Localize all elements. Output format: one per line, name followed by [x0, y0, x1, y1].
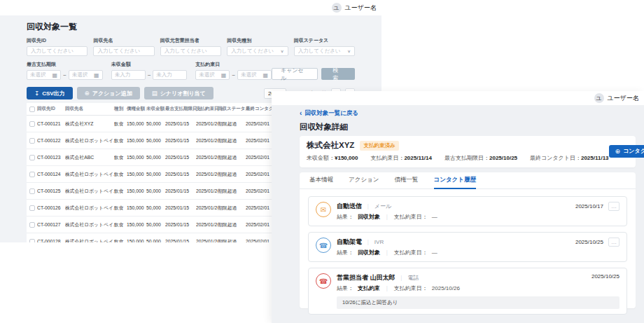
cell-oldest-due-date: 2025/01/15 — [165, 155, 196, 160]
row-checkbox[interactable] — [29, 239, 35, 243]
company-name: 株式会社XYZ — [307, 140, 354, 151]
contact-item-main: ☎ 営業担当者 山田太郎 ｜ 電話 結果：支払約束 ｜ — [316, 273, 620, 292]
more-menu-button[interactable]: … — [608, 202, 620, 211]
filter-placeholder: 入力してください — [298, 48, 341, 55]
summary-field: 最古支払期限日：2025/10/25 — [444, 154, 517, 162]
filter-input[interactable]: 入力してください — [27, 46, 88, 56]
cancel-button[interactable]: キャンセル — [272, 68, 318, 80]
cell-status: 期限超過 — [218, 171, 246, 178]
chevron-left-icon: ‹ — [300, 110, 302, 117]
cell-promise-date: 2025/01/20 — [196, 121, 218, 126]
filter-placeholder: 入力してください — [31, 48, 74, 55]
search-button[interactable]: 検索 — [321, 68, 355, 80]
detail-page-title: 回収対象詳細 — [300, 122, 636, 132]
download-icon: ↧ — [34, 90, 39, 97]
collection-detail-page: ユ ユーザー名 ‹ 回収対象一覧に戻る 回収対象詳細 株式会社XYZ 支払約束済… — [272, 91, 644, 323]
filter-placeholder: 入力してください — [97, 48, 140, 55]
row-checkbox[interactable] — [29, 155, 35, 160]
cell-collection-id: CT-000122 — [37, 138, 65, 143]
filter-input[interactable]: 入力してください ∨ — [294, 46, 355, 56]
range-to-input[interactable]: 未選択 ▦ — [69, 70, 103, 80]
csv-export-label: CSV出力 — [42, 90, 64, 97]
csv-export-button[interactable]: ↧ CSV出力 — [27, 87, 73, 99]
contact-channel: IVR — [374, 239, 384, 245]
summary-field: 支払約束日：2025/11/14 — [370, 154, 432, 162]
calendar-icon: ▦ — [52, 72, 57, 78]
add-action-button[interactable]: ⊕ アクション追加 — [77, 87, 140, 99]
filter-input[interactable]: 入力してください ∨ — [227, 46, 288, 56]
contact-note: 10/26に振込と回答あり — [337, 296, 620, 309]
range-from-input[interactable]: 未選択 ▦ — [195, 70, 230, 80]
add-contact-history-button[interactable]: ⊕ コンタクト履歴を追加 — [609, 145, 644, 158]
result-label: 結果： — [337, 284, 354, 292]
tab[interactable]: アクション — [349, 172, 379, 189]
range-to-placeholder: 未入力 — [156, 71, 172, 78]
cell-debt-amount: 150,000 — [127, 205, 146, 210]
filter-input[interactable]: 入力してください — [160, 46, 221, 56]
cell-unpaid-amount: 50,000 — [146, 239, 165, 242]
row-checkbox[interactable] — [29, 172, 35, 177]
summary-field-label: 未収金額： — [307, 155, 335, 161]
cell-status: 期限超過 — [218, 238, 246, 243]
filter-field: 回収先名 入力してください — [93, 37, 154, 56]
summary-field-value: 2025/11/14 — [404, 155, 432, 161]
calendar-icon: ▦ — [94, 72, 99, 78]
divider: ｜ — [384, 284, 390, 292]
user-menu[interactable]: ユ ユーザー名 — [332, 3, 377, 13]
filter-input[interactable]: 入力してください — [93, 46, 154, 56]
cell-company-name: 株式会社ロボットペイ... — [65, 238, 114, 243]
cell-debt-amount: 150,000 — [127, 188, 146, 193]
back-to-list-link[interactable]: ‹ 回収対象一覧に戻る — [300, 109, 358, 118]
range-filter-group: 未収金額 未入力 ~ 未入力 — [111, 61, 188, 80]
row-checkbox[interactable] — [29, 138, 35, 144]
contact-title: 営業担当者 山田太郎 — [337, 273, 396, 282]
filter-row-1: 回収先ID 入力してください 回収先名 入力してください 回収元営業担当 — [27, 37, 355, 56]
more-menu-button[interactable]: … — [608, 238, 620, 247]
user-menu[interactable]: ユ ユーザー名 — [594, 93, 639, 103]
row-checkbox[interactable] — [29, 121, 35, 127]
cell-company-name: 株式会社ロボットペイ... — [65, 137, 114, 144]
contact-history-item: ✉ 自動送信 ｜ メール 結果：回収対象 ｜ 支払約 — [308, 196, 627, 226]
range-from-input[interactable]: 未選択 ▦ — [27, 70, 61, 80]
range-from-input[interactable]: 未入力 — [111, 70, 146, 80]
range-to-input[interactable]: 未入力 — [153, 70, 187, 80]
add-contact-history-label: コンタクト履歴を追加 — [623, 147, 644, 155]
promise-label: 支払約束日： — [394, 213, 428, 221]
divider: ｜ — [365, 238, 371, 246]
promise-value: 2025/10/26 — [432, 285, 460, 291]
column-header-label: 支払約束日 — [196, 106, 219, 112]
column-header: 支払約束日 ⇅ — [196, 106, 218, 112]
contact-body: 自動架電 ｜ IVR 結果：回収対象 ｜ 支払約束日：— — [337, 238, 570, 256]
result-label: 結果： — [337, 213, 354, 221]
filter-label: 最古支払期限 — [27, 61, 103, 68]
column-header: 債権金額 — [127, 106, 146, 112]
divider: ｜ — [384, 213, 390, 221]
contact-channel-icon: ✉ — [316, 202, 331, 217]
cell-unpaid-amount: 50,000 — [146, 138, 165, 143]
row-checkbox[interactable] — [29, 222, 35, 228]
cell-status: 期限超過 — [218, 137, 246, 144]
cell-collection-id: CT-000127 — [37, 222, 65, 227]
cell-type: 飲食 — [114, 238, 127, 243]
cell-promise-date: 2025/01/20 — [196, 205, 218, 210]
range-to-input[interactable]: 未選択 ▦ — [237, 70, 272, 80]
tab[interactable]: 債権一覧 — [395, 172, 419, 189]
contact-channel: メール — [374, 202, 391, 210]
tab[interactable]: 基本情報 — [309, 172, 333, 189]
scenario-assign-button[interactable]: ▤ シナリオ割り当て — [144, 87, 214, 99]
summary-field-label: 支払約束日： — [370, 155, 404, 161]
cell-type: 飲食 — [114, 221, 127, 228]
range-inputs: 未入力 ~ 未入力 — [111, 70, 188, 80]
cell-collection-id: CT-000121 — [37, 121, 65, 126]
contact-right: 2025/10/25 — [592, 273, 620, 280]
cell-oldest-due-date: 2025/01/15 — [165, 188, 196, 193]
filter-label: 回収元営業担当者 — [160, 37, 221, 44]
tab[interactable]: コンタクト履歴 — [434, 172, 477, 189]
contact-body: 自動送信 ｜ メール 結果：回収対象 ｜ 支払約束日：— — [337, 202, 570, 221]
row-checkbox[interactable] — [29, 188, 35, 194]
cell-unpaid-amount: 50,000 — [146, 155, 165, 160]
summary-fields: 未収金額：¥150,000 支払約束日：2025/11/14 最古支払期限日：2… — [307, 154, 609, 162]
row-checkbox[interactable] — [29, 205, 35, 211]
select-all-checkbox[interactable] — [29, 106, 35, 112]
cell-oldest-due-date: 2025/01/15 — [165, 138, 196, 143]
